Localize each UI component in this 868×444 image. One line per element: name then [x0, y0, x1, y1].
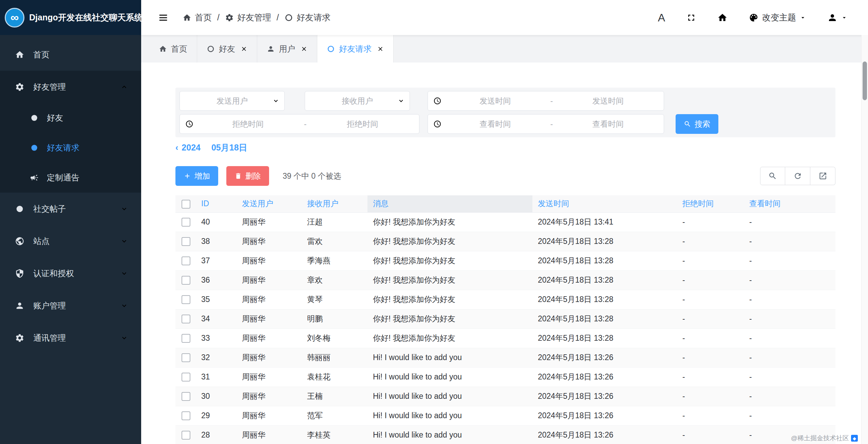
breadcrumb-friend-management[interactable]: 好友管理: [225, 12, 271, 23]
send-time-start-input[interactable]: 发送时间: [445, 96, 546, 106]
column-header-view-time[interactable]: 查看时间: [744, 195, 835, 212]
row-checkbox[interactable]: [182, 353, 190, 362]
close-icon[interactable]: [241, 46, 247, 52]
sidebar-item-accounts[interactable]: 账户管理: [0, 289, 141, 322]
cell-id[interactable]: 32: [196, 348, 237, 367]
breadcrumb-home-label: 首页: [195, 12, 212, 23]
cell-id[interactable]: 38: [196, 232, 237, 251]
delete-button[interactable]: 删除: [226, 166, 269, 186]
fullscreen-icon[interactable]: [686, 13, 696, 23]
cell-view-time: -: [744, 251, 835, 270]
chevron-down-icon: [120, 302, 128, 310]
cell-receiver: 李桂英: [302, 425, 367, 444]
row-checkbox[interactable]: [182, 218, 190, 227]
search-button[interactable]: 搜索: [676, 114, 718, 134]
site-home-icon[interactable]: [717, 13, 728, 23]
view-time-end-input[interactable]: 查看时间: [558, 119, 658, 129]
sidebar-item-comms[interactable]: 通讯管理: [0, 322, 141, 354]
row-checkbox[interactable]: [182, 256, 190, 265]
cell-sender: 周丽华: [237, 406, 302, 425]
row-checkbox[interactable]: [182, 315, 190, 323]
caret-down-icon: [799, 14, 806, 21]
row-checkbox[interactable]: [182, 392, 190, 401]
close-icon[interactable]: [301, 46, 307, 52]
reject-time-start-input[interactable]: 拒绝时间: [197, 119, 299, 129]
row-checkbox[interactable]: [182, 334, 190, 343]
cell-id[interactable]: 34: [196, 309, 237, 328]
year-label[interactable]: 2024: [182, 143, 201, 153]
user-menu[interactable]: [827, 13, 848, 23]
cell-view-time: -: [744, 309, 835, 328]
cell-send-time: 2024年5月18日 13:26: [532, 387, 677, 406]
theme-switcher[interactable]: 改变主题: [749, 12, 806, 23]
table-row: 30周丽华王楠Hi! I would like to add you2024年5…: [175, 387, 835, 406]
sidebar-item-friends[interactable]: 好友: [0, 103, 141, 133]
tab-home[interactable]: 首页: [149, 35, 197, 63]
select-all-cell: [175, 195, 196, 212]
sidebar-item-social-posts[interactable]: 社交帖子: [0, 193, 141, 225]
row-checkbox[interactable]: [182, 431, 190, 440]
table-search-toggle-button[interactable]: [760, 167, 785, 185]
column-header-message[interactable]: 消息: [367, 195, 532, 212]
cell-id[interactable]: 31: [196, 367, 237, 387]
reject-time-end-input[interactable]: 拒绝时间: [311, 119, 414, 129]
sidebar-item-sites[interactable]: 站点: [0, 225, 141, 257]
cell-receiver: 黄琴: [302, 290, 367, 309]
send-user-select[interactable]: 发送用户: [180, 91, 285, 111]
table-refresh-button[interactable]: [785, 167, 810, 185]
row-checkbox[interactable]: [182, 411, 190, 420]
breadcrumb-section-label: 好友管理: [237, 12, 271, 23]
view-time-range-input[interactable]: 查看时间 - 查看时间: [428, 114, 664, 134]
send-time-end-input[interactable]: 发送时间: [558, 96, 658, 106]
prev-year-arrow[interactable]: ‹: [175, 143, 178, 153]
table-row: 34周丽华明鹏你好! 我想添加你为好友2024年5月18日 13:28--: [175, 309, 835, 328]
scrollbar-thumb[interactable]: [863, 61, 867, 100]
sidebar-item-friend-management[interactable]: 好友管理: [0, 71, 141, 103]
chevron-down-icon: [120, 269, 128, 278]
column-header-sender[interactable]: 发送用户: [237, 195, 302, 212]
juejin-logo-icon: ◆: [851, 435, 858, 442]
sidebar-item-label: 通讯管理: [33, 333, 111, 343]
view-time-start-input[interactable]: 查看时间: [445, 119, 546, 129]
page-content: 发送用户 接收用户 发送时间 - 发送时间: [141, 63, 868, 444]
sidebar-item-auth[interactable]: 认证和授权: [0, 257, 141, 289]
sidebar-item-home[interactable]: 首页: [0, 38, 141, 71]
font-size-toggle[interactable]: A: [658, 12, 665, 23]
breadcrumb-home[interactable]: 首页: [183, 12, 212, 23]
column-header-send-time[interactable]: 发送时间: [532, 195, 677, 212]
close-icon[interactable]: [377, 46, 384, 52]
search-icon: [768, 172, 777, 180]
cell-id[interactable]: 37: [196, 251, 237, 270]
select-all-checkbox[interactable]: [182, 200, 190, 209]
send-user-placeholder: 发送用户: [216, 96, 248, 106]
cell-id[interactable]: 30: [196, 387, 237, 406]
row-checkbox[interactable]: [182, 373, 190, 381]
row-checkbox[interactable]: [182, 276, 190, 285]
tab-friends[interactable]: 好友: [197, 35, 257, 63]
cell-id[interactable]: 35: [196, 290, 237, 309]
cell-id[interactable]: 36: [196, 270, 237, 290]
send-time-range-input[interactable]: 发送时间 - 发送时间: [428, 91, 664, 111]
cell-id[interactable]: 33: [196, 328, 237, 348]
vertical-scrollbar[interactable]: [861, 35, 868, 444]
row-checkbox[interactable]: [182, 295, 190, 304]
column-header-reject-time[interactable]: 拒绝时间: [677, 195, 744, 212]
add-button[interactable]: 增加: [175, 166, 218, 186]
reject-time-range-input[interactable]: 拒绝时间 - 拒绝时间: [180, 114, 419, 134]
sidebar-item-custom-notice[interactable]: 定制通告: [0, 163, 141, 193]
column-header-id[interactable]: ID: [196, 195, 237, 212]
date-label[interactable]: 05月18日: [211, 142, 247, 153]
row-checkbox[interactable]: [182, 237, 190, 246]
sidebar-item-friend-requests[interactable]: 好友请求: [0, 133, 141, 163]
cell-id[interactable]: 29: [196, 406, 237, 425]
cell-id[interactable]: 40: [196, 212, 237, 232]
tab-friend-requests[interactable]: 好友请求: [317, 35, 394, 63]
column-header-receiver[interactable]: 接收用户: [302, 195, 367, 212]
filter-row-1: 发送用户 接收用户 发送时间 - 发送时间: [180, 91, 831, 111]
tab-users[interactable]: 用户: [257, 35, 317, 63]
sidebar-item-label: 好友请求: [47, 142, 79, 153]
hamburger-icon[interactable]: [158, 13, 168, 23]
cell-id[interactable]: 28: [196, 425, 237, 444]
receive-user-select[interactable]: 接收用户: [305, 91, 410, 111]
table-export-button[interactable]: [810, 167, 835, 185]
